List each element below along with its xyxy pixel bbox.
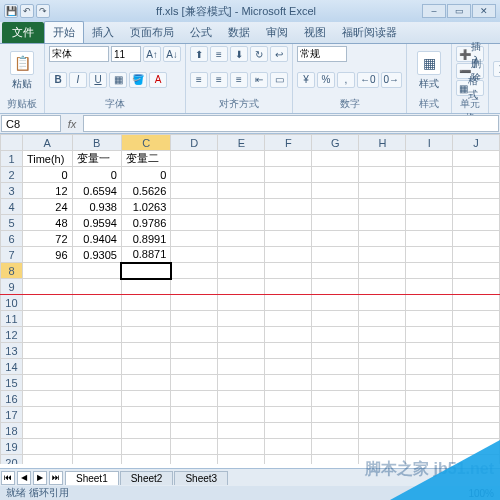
- cell-D17[interactable]: [171, 407, 218, 423]
- cell-H14[interactable]: [359, 359, 406, 375]
- col-header-I[interactable]: I: [406, 135, 453, 151]
- cell-C20[interactable]: [121, 455, 170, 465]
- cell-E12[interactable]: [218, 327, 265, 343]
- cell-I1[interactable]: [406, 151, 453, 167]
- maximize-button[interactable]: ▭: [447, 4, 471, 18]
- tab-foxit[interactable]: 福昕阅读器: [334, 22, 405, 43]
- cell-D20[interactable]: [171, 455, 218, 465]
- close-button[interactable]: ✕: [472, 4, 496, 18]
- cell-G3[interactable]: [312, 183, 359, 199]
- redo-icon[interactable]: ↷: [36, 4, 50, 18]
- name-box[interactable]: [1, 115, 61, 132]
- number-format-select[interactable]: [297, 46, 347, 62]
- tab-data[interactable]: 数据: [220, 22, 258, 43]
- cell-A1[interactable]: Time(h): [22, 151, 72, 167]
- cell-D16[interactable]: [171, 391, 218, 407]
- cell-D9[interactable]: [171, 279, 218, 295]
- cell-I13[interactable]: [406, 343, 453, 359]
- cell-G13[interactable]: [312, 343, 359, 359]
- currency-button[interactable]: ¥: [297, 72, 315, 88]
- font-name-select[interactable]: [49, 46, 109, 62]
- grow-font-button[interactable]: A↑: [143, 46, 161, 62]
- sheet-nav-first[interactable]: ⏮: [1, 471, 15, 485]
- cell-A16[interactable]: [22, 391, 72, 407]
- cell-B4[interactable]: 0.938: [72, 199, 121, 215]
- cell-B6[interactable]: 0.9404: [72, 231, 121, 247]
- cell-J2[interactable]: [453, 167, 500, 183]
- cell-G4[interactable]: [312, 199, 359, 215]
- cell-B9[interactable]: [72, 279, 121, 295]
- font-size-select[interactable]: [111, 46, 141, 62]
- cell-E2[interactable]: [218, 167, 265, 183]
- cell-A2[interactable]: 0: [22, 167, 72, 183]
- cell-J18[interactable]: [453, 423, 500, 439]
- cell-H10[interactable]: [359, 295, 406, 311]
- sheet-nav-prev[interactable]: ◀: [17, 471, 31, 485]
- cell-F4[interactable]: [265, 199, 312, 215]
- row-header-12[interactable]: 12: [1, 327, 23, 343]
- cell-F17[interactable]: [265, 407, 312, 423]
- cell-B3[interactable]: 0.6594: [72, 183, 121, 199]
- cell-H12[interactable]: [359, 327, 406, 343]
- cell-H17[interactable]: [359, 407, 406, 423]
- row-header-4[interactable]: 4: [1, 199, 23, 215]
- row-header-8[interactable]: 8: [1, 263, 23, 279]
- align-right-button[interactable]: ≡: [230, 72, 248, 88]
- cell-F13[interactable]: [265, 343, 312, 359]
- cell-F18[interactable]: [265, 423, 312, 439]
- cell-E14[interactable]: [218, 359, 265, 375]
- row-header-19[interactable]: 19: [1, 439, 23, 455]
- cell-E19[interactable]: [218, 439, 265, 455]
- cell-A14[interactable]: [22, 359, 72, 375]
- cell-H11[interactable]: [359, 311, 406, 327]
- row-header-3[interactable]: 3: [1, 183, 23, 199]
- cell-A9[interactable]: [22, 279, 72, 295]
- cell-D5[interactable]: [171, 215, 218, 231]
- cell-B11[interactable]: [72, 311, 121, 327]
- cell-G8[interactable]: [312, 263, 359, 279]
- cell-C17[interactable]: [121, 407, 170, 423]
- cell-E1[interactable]: [218, 151, 265, 167]
- cell-F7[interactable]: [265, 247, 312, 263]
- row-header-14[interactable]: 14: [1, 359, 23, 375]
- orientation-button[interactable]: ↻: [250, 46, 268, 62]
- row-header-16[interactable]: 16: [1, 391, 23, 407]
- cell-D7[interactable]: [171, 247, 218, 263]
- cell-E4[interactable]: [218, 199, 265, 215]
- cell-D14[interactable]: [171, 359, 218, 375]
- row-header-11[interactable]: 11: [1, 311, 23, 327]
- cell-I18[interactable]: [406, 423, 453, 439]
- cell-D18[interactable]: [171, 423, 218, 439]
- comma-button[interactable]: ,: [337, 72, 355, 88]
- cell-F6[interactable]: [265, 231, 312, 247]
- cell-G19[interactable]: [312, 439, 359, 455]
- cell-F10[interactable]: [265, 295, 312, 311]
- col-header-G[interactable]: G: [312, 135, 359, 151]
- cell-E16[interactable]: [218, 391, 265, 407]
- cell-F11[interactable]: [265, 311, 312, 327]
- cell-E20[interactable]: [218, 455, 265, 465]
- minimize-button[interactable]: –: [422, 4, 446, 18]
- cell-C19[interactable]: [121, 439, 170, 455]
- cell-B14[interactable]: [72, 359, 121, 375]
- inc-decimal-button[interactable]: ←0: [357, 72, 379, 88]
- cell-E18[interactable]: [218, 423, 265, 439]
- paste-button[interactable]: 📋 粘贴: [4, 46, 40, 96]
- cell-C9[interactable]: [121, 279, 170, 295]
- cell-I9[interactable]: [406, 279, 453, 295]
- cell-E13[interactable]: [218, 343, 265, 359]
- cell-B17[interactable]: [72, 407, 121, 423]
- align-middle-button[interactable]: ≡: [210, 46, 228, 62]
- row-header-2[interactable]: 2: [1, 167, 23, 183]
- cell-E6[interactable]: [218, 231, 265, 247]
- cell-J16[interactable]: [453, 391, 500, 407]
- cell-D13[interactable]: [171, 343, 218, 359]
- cell-H4[interactable]: [359, 199, 406, 215]
- cell-H6[interactable]: [359, 231, 406, 247]
- cell-B5[interactable]: 0.9594: [72, 215, 121, 231]
- col-header-H[interactable]: H: [359, 135, 406, 151]
- indent-dec-button[interactable]: ⇤: [250, 72, 268, 88]
- row-header-6[interactable]: 6: [1, 231, 23, 247]
- cell-F9[interactable]: [265, 279, 312, 295]
- cell-B20[interactable]: [72, 455, 121, 465]
